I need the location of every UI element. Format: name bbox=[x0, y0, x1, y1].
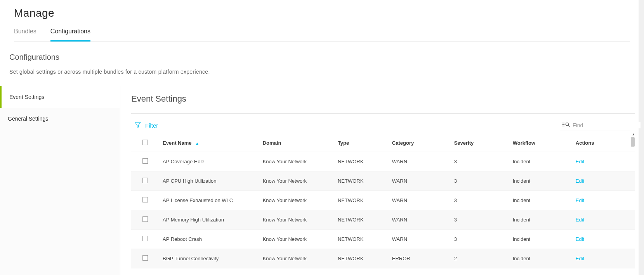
row-checkbox[interactable] bbox=[142, 197, 148, 202]
cell-domain: Know Your Network bbox=[259, 210, 334, 230]
event-settings-table: Event Name ▲ Domain Type Category Severi… bbox=[131, 134, 635, 268]
row-checkbox[interactable] bbox=[142, 236, 148, 241]
cell-severity: 3 bbox=[450, 210, 509, 230]
page-title: Manage bbox=[14, 7, 630, 19]
cell-severity: 2 bbox=[450, 249, 509, 268]
table-row: AP CPU High UtilizationKnow Your Network… bbox=[131, 171, 635, 191]
select-all-checkbox[interactable] bbox=[142, 140, 148, 145]
row-checkbox[interactable] bbox=[142, 178, 148, 183]
edit-link[interactable]: Edit bbox=[576, 178, 584, 184]
cell-event-name: AP CPU High Utilization bbox=[159, 171, 259, 191]
cell-severity: 3 bbox=[450, 191, 509, 210]
cell-type: NETWORK bbox=[334, 191, 388, 210]
edit-link[interactable]: Edit bbox=[576, 236, 584, 242]
table-row: AP Coverage HoleKnow Your NetworkNETWORK… bbox=[131, 152, 635, 171]
tab-bundles[interactable]: Bundles bbox=[14, 28, 36, 42]
cell-event-name: AP Coverage Hole bbox=[159, 152, 259, 171]
table-row: BGP Tunnel ConnectivityKnow Your Network… bbox=[131, 249, 635, 268]
configurations-subtitle: Configurations bbox=[9, 53, 635, 62]
filter-button[interactable]: Filter bbox=[134, 121, 158, 130]
cell-workflow: Incident bbox=[509, 171, 572, 191]
header-workflow[interactable]: Workflow bbox=[509, 134, 572, 152]
filter-icon bbox=[134, 121, 141, 130]
cell-severity: 3 bbox=[450, 230, 509, 249]
cell-category: WARN bbox=[388, 210, 450, 230]
cell-workflow: Incident bbox=[509, 210, 572, 230]
cell-type: NETWORK bbox=[334, 152, 388, 171]
find-container[interactable] bbox=[560, 121, 630, 130]
section-title: Event Settings bbox=[131, 94, 635, 104]
find-input[interactable] bbox=[573, 122, 641, 128]
configurations-description: Set global settings or across multiple b… bbox=[9, 69, 635, 75]
cell-event-name: AP Reboot Crash bbox=[159, 230, 259, 249]
list-search-icon bbox=[562, 121, 570, 129]
table-row: AP License Exhausted on WLCKnow Your Net… bbox=[131, 191, 635, 210]
cell-domain: Know Your Network bbox=[259, 171, 334, 191]
row-checkbox[interactable] bbox=[142, 216, 148, 222]
svg-marker-0 bbox=[135, 123, 141, 127]
cell-type: NETWORK bbox=[334, 230, 388, 249]
header-type[interactable]: Type bbox=[334, 134, 388, 152]
cell-domain: Know Your Network bbox=[259, 230, 334, 249]
cell-category: WARN bbox=[388, 171, 450, 191]
sidebar: Event Settings General Settings bbox=[0, 86, 120, 275]
cell-category: ERROR bbox=[388, 249, 450, 268]
sidebar-item-general-settings[interactable]: General Settings bbox=[0, 108, 120, 130]
sort-asc-icon: ▲ bbox=[195, 141, 199, 145]
cell-category: WARN bbox=[388, 152, 450, 171]
cell-domain: Know Your Network bbox=[259, 152, 334, 171]
edit-link[interactable]: Edit bbox=[576, 256, 584, 261]
svg-point-4 bbox=[566, 123, 568, 126]
edit-link[interactable]: Edit bbox=[576, 217, 584, 223]
tab-configurations[interactable]: Configurations bbox=[50, 28, 90, 42]
cell-type: NETWORK bbox=[334, 210, 388, 230]
filter-label: Filter bbox=[145, 122, 158, 129]
header-category[interactable]: Category bbox=[388, 134, 450, 152]
sidebar-item-event-settings[interactable]: Event Settings bbox=[0, 86, 120, 108]
header-event-name-label: Event Name bbox=[163, 140, 191, 146]
cell-event-name: AP Memory High Utilization bbox=[159, 210, 259, 230]
edit-link[interactable]: Edit bbox=[576, 197, 584, 203]
cell-workflow: Incident bbox=[509, 152, 572, 171]
scroll-thumb[interactable] bbox=[631, 137, 635, 147]
row-checkbox[interactable] bbox=[142, 255, 148, 261]
cell-domain: Know Your Network bbox=[259, 249, 334, 268]
header-domain[interactable]: Domain bbox=[259, 134, 334, 152]
edit-link[interactable]: Edit bbox=[576, 159, 584, 164]
cell-severity: 3 bbox=[450, 171, 509, 191]
cell-workflow: Incident bbox=[509, 249, 572, 268]
header-severity[interactable]: Severity bbox=[450, 134, 509, 152]
header-actions[interactable]: Actions bbox=[572, 134, 635, 152]
header-event-name[interactable]: Event Name ▲ bbox=[159, 134, 259, 152]
cell-type: NETWORK bbox=[334, 171, 388, 191]
cell-workflow: Incident bbox=[509, 230, 572, 249]
row-checkbox[interactable] bbox=[142, 158, 148, 164]
cell-domain: Know Your Network bbox=[259, 191, 334, 210]
cell-event-name: BGP Tunnel Connectivity bbox=[159, 249, 259, 268]
header-checkbox-cell bbox=[131, 134, 159, 152]
table-scrollbar[interactable]: ▴ ▾ bbox=[631, 134, 635, 242]
cell-workflow: Incident bbox=[509, 191, 572, 210]
svg-line-5 bbox=[568, 125, 570, 127]
main-tabs: Bundles Configurations bbox=[14, 28, 630, 42]
cell-type: NETWORK bbox=[334, 249, 388, 268]
scroll-up-icon[interactable]: ▴ bbox=[631, 132, 635, 137]
cell-event-name: AP License Exhausted on WLC bbox=[159, 191, 259, 210]
table-row: AP Reboot CrashKnow Your NetworkNETWORKW… bbox=[131, 230, 635, 249]
cell-category: WARN bbox=[388, 191, 450, 210]
table-row: AP Memory High UtilizationKnow Your Netw… bbox=[131, 210, 635, 230]
divider bbox=[131, 113, 635, 114]
cell-severity: 3 bbox=[450, 152, 509, 171]
cell-category: WARN bbox=[388, 230, 450, 249]
